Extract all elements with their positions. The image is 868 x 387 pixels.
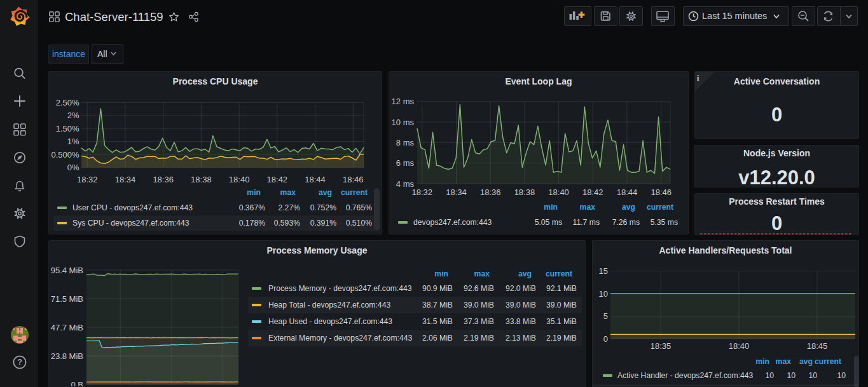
svg-text:1.50%: 1.50% bbox=[56, 124, 79, 133]
svg-text:0.500%: 0.500% bbox=[51, 150, 79, 160]
svg-text:18:44: 18:44 bbox=[617, 187, 638, 197]
svg-text:18:36: 18:36 bbox=[153, 175, 174, 184]
svg-text:8 ms: 8 ms bbox=[396, 138, 415, 147]
svg-text:0: 0 bbox=[603, 334, 608, 344]
svg-text:18:38: 18:38 bbox=[191, 175, 212, 184]
svg-text:95.4 MiB: 95.4 MiB bbox=[51, 266, 83, 275]
svg-text:2%: 2% bbox=[67, 111, 79, 120]
svg-text:23.8 MiB: 23.8 MiB bbox=[51, 351, 83, 361]
svg-text:1%: 1% bbox=[67, 137, 79, 146]
svg-text:47.7 MiB: 47.7 MiB bbox=[51, 323, 83, 332]
svg-text:18:42: 18:42 bbox=[267, 175, 288, 184]
svg-text:18:40: 18:40 bbox=[229, 175, 250, 184]
svg-text:15: 15 bbox=[599, 266, 608, 276]
svg-text:18:36: 18:36 bbox=[480, 187, 501, 197]
svg-text:18:45: 18:45 bbox=[807, 341, 828, 351]
svg-text:18:44: 18:44 bbox=[305, 175, 326, 184]
svg-text:18:40: 18:40 bbox=[729, 341, 750, 351]
svg-text:18:46: 18:46 bbox=[343, 175, 364, 184]
svg-text:2.50%: 2.50% bbox=[56, 98, 79, 107]
svg-text:18:34: 18:34 bbox=[446, 187, 467, 197]
svg-text:18:46: 18:46 bbox=[651, 187, 672, 197]
svg-text:12 ms: 12 ms bbox=[392, 97, 415, 106]
svg-text:18:32: 18:32 bbox=[77, 175, 98, 184]
svg-text:6 ms: 6 ms bbox=[396, 158, 415, 168]
svg-text:18:35: 18:35 bbox=[651, 341, 672, 351]
svg-text:18:38: 18:38 bbox=[514, 187, 535, 197]
svg-text:10 ms: 10 ms bbox=[392, 118, 415, 127]
svg-text:0%: 0% bbox=[67, 163, 79, 172]
svg-text:18:40: 18:40 bbox=[548, 187, 569, 197]
svg-text:18:42: 18:42 bbox=[582, 187, 603, 197]
svg-text:?: ? bbox=[17, 358, 22, 367]
svg-text:18:32: 18:32 bbox=[412, 187, 433, 197]
svg-text:10: 10 bbox=[599, 289, 608, 299]
svg-text:5: 5 bbox=[603, 311, 608, 321]
svg-text:18:34: 18:34 bbox=[115, 175, 136, 184]
svg-text:0 B: 0 B bbox=[71, 380, 83, 387]
svg-text:71.5 MiB: 71.5 MiB bbox=[51, 294, 83, 304]
